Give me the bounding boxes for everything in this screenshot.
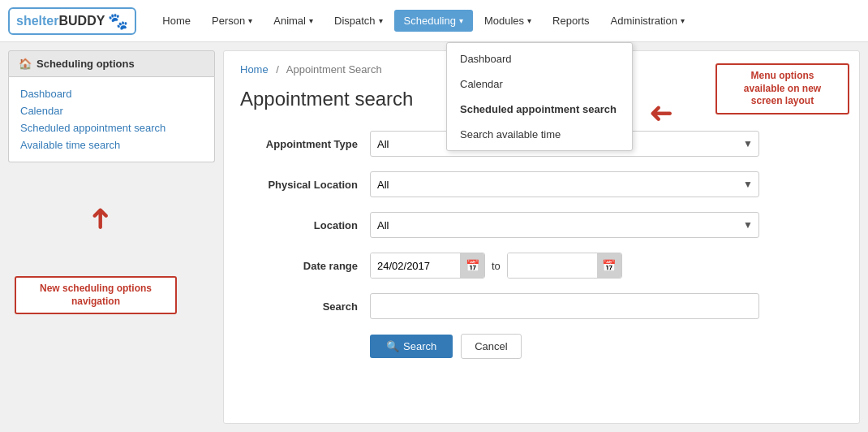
dropdown-dashboard[interactable]: Dashboard <box>447 46 632 71</box>
nav-administration[interactable]: Administration ▾ <box>601 10 694 32</box>
appointment-type-label: Appointment Type <box>240 138 370 150</box>
date-from-wrap: 📅 <box>370 253 485 279</box>
logo-buddy: BUDDY <box>58 14 105 28</box>
location-wrapper: All ▼ <box>370 212 759 238</box>
nav-reports[interactable]: Reports <box>543 10 599 32</box>
location-select[interactable]: All <box>370 212 759 238</box>
nav-items: Home Person ▾ Animal ▾ Dispatch ▾ Schedu… <box>153 10 860 32</box>
scheduling-dropdown: Dashboard Calendar Scheduled appointment… <box>446 42 633 151</box>
home-icon: 🏠 <box>19 58 32 70</box>
logo-shelter: shelter <box>16 14 58 28</box>
modules-caret: ▾ <box>527 16 531 25</box>
logo: shelter BUDDY 🐾 <box>8 7 136 35</box>
logo-paw: 🐾 <box>108 11 128 31</box>
dropdown-available-time[interactable]: Search available time <box>447 122 632 147</box>
sidebar-header: 🏠 Scheduling options <box>8 50 215 77</box>
breadcrumb-home[interactable]: Home <box>240 63 269 76</box>
search-label: Search <box>240 300 370 313</box>
date-to-label: to <box>492 260 501 272</box>
form-row-search: Search <box>240 293 843 319</box>
sidebar-body: Dashboard Calendar Scheduled appointment… <box>8 77 215 162</box>
admin-caret: ▾ <box>681 16 685 25</box>
search-button[interactable]: 🔍 Search <box>370 335 453 358</box>
navbar: shelter BUDDY 🐾 Home Person ▾ Animal ▾ D… <box>0 0 868 42</box>
cancel-button[interactable]: Cancel <box>461 334 521 359</box>
nav-dispatch[interactable]: Dispatch ▾ <box>324 10 393 32</box>
nav-home[interactable]: Home <box>153 10 200 32</box>
btn-row: 🔍 Search Cancel <box>240 334 843 359</box>
animal-caret: ▾ <box>309 16 313 25</box>
date-from-input[interactable] <box>371 253 460 278</box>
location-label: Location <box>240 219 370 231</box>
date-to-input[interactable] <box>508 253 597 278</box>
nav-scheduling[interactable]: Scheduling ▾ <box>394 10 473 32</box>
sidebar-title: Scheduling options <box>37 58 135 70</box>
date-to-wrap: 📅 <box>507 253 622 279</box>
dropdown-scheduled-search[interactable]: Scheduled appointment search <box>447 97 632 122</box>
date-from-calendar-btn[interactable]: 📅 <box>460 253 484 278</box>
form-row-location: Location All ▼ <box>240 212 843 238</box>
person-caret: ▾ <box>248 16 252 25</box>
search-input[interactable] <box>370 293 759 319</box>
search-button-label: Search <box>403 340 436 352</box>
date-to-calendar-btn[interactable]: 📅 <box>597 253 621 278</box>
scheduling-caret: ▾ <box>459 16 463 25</box>
sidebar-link-scheduled-search[interactable]: Scheduled appointment search <box>20 119 203 136</box>
dispatch-caret: ▾ <box>379 16 383 25</box>
nav-person[interactable]: Person ▾ <box>202 10 262 32</box>
sidebar-link-calendar[interactable]: Calendar <box>20 102 203 119</box>
form-row-date-range: Date range 📅 to 📅 <box>240 253 843 279</box>
breadcrumb-separator: / <box>276 63 279 76</box>
form-row-physical-location: Physical Location All ▼ <box>240 171 843 197</box>
nav-animal[interactable]: Animal ▾ <box>264 10 323 32</box>
sidebar-link-dashboard[interactable]: Dashboard <box>20 85 203 102</box>
breadcrumb-current: Appointment Search <box>286 63 382 76</box>
dropdown-calendar[interactable]: Calendar <box>447 71 632 97</box>
physical-location-select[interactable]: All <box>370 171 759 197</box>
date-range-group: 📅 to 📅 <box>370 253 759 279</box>
sidebar-link-available-time[interactable]: Available time search <box>20 136 203 153</box>
sidebar: 🏠 Scheduling options Dashboard Calendar … <box>8 50 215 424</box>
date-range-label: Date range <box>240 260 370 272</box>
main-wrapper: 🏠 Scheduling options Dashboard Calendar … <box>0 42 868 432</box>
physical-location-label: Physical Location <box>240 179 370 191</box>
search-icon: 🔍 <box>386 340 399 352</box>
physical-location-wrapper: All ▼ <box>370 171 759 197</box>
nav-modules[interactable]: Modules ▾ <box>475 10 541 32</box>
